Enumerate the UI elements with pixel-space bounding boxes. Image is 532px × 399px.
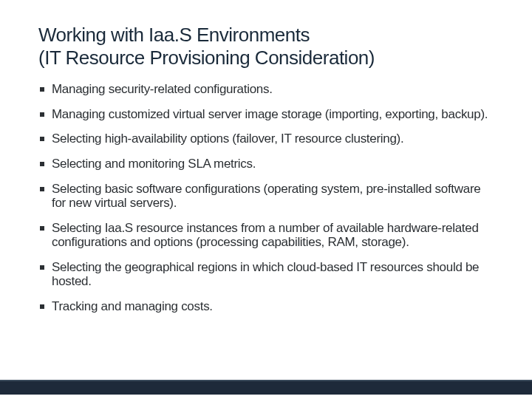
list-item: Managing security-related configurations… bbox=[38, 82, 494, 97]
list-item: Selecting and monitoring SLA metrics. bbox=[38, 157, 494, 171]
bullet-list: Managing security-related configurations… bbox=[38, 82, 494, 313]
slide: Working with Iaa.S Environments (IT Reso… bbox=[0, 0, 532, 399]
footer-bar bbox=[0, 381, 532, 395]
list-item: Selecting the geographical regions in wh… bbox=[38, 260, 494, 289]
slide-title: Working with Iaa.S Environments (IT Reso… bbox=[38, 24, 494, 69]
title-line-2: (IT Resource Provisioning Consideration) bbox=[38, 47, 375, 69]
title-line-1: Working with Iaa.S Environments bbox=[38, 24, 310, 46]
list-item: Selecting Iaa.S resource instances from … bbox=[38, 221, 494, 250]
list-item: Selecting high-availability options (fai… bbox=[38, 132, 494, 146]
list-item: Selecting basic software configurations … bbox=[38, 182, 494, 211]
list-item: Tracking and managing costs. bbox=[38, 299, 494, 314]
list-item: Managing customized virtual server image… bbox=[38, 107, 494, 122]
